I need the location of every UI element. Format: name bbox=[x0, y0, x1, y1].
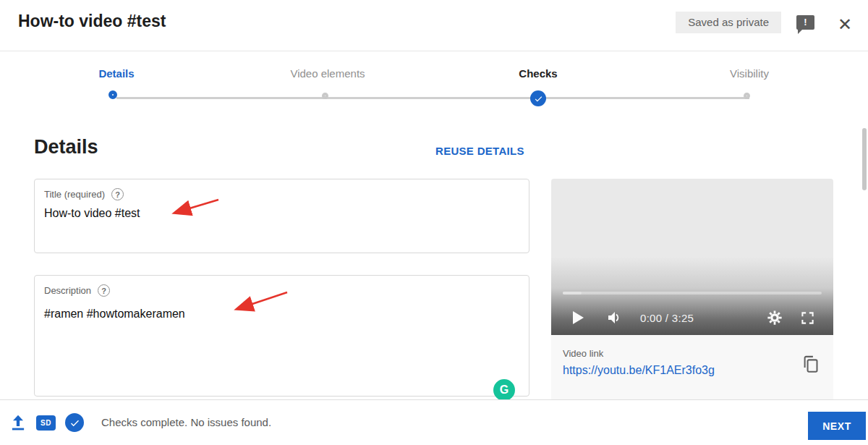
step-label-video-elements[interactable]: Video elements bbox=[290, 67, 365, 80]
sd-quality-badge: SD bbox=[36, 415, 56, 431]
dialog-title: How-to video #test bbox=[18, 12, 166, 31]
description-field[interactable]: Description ? #ramen #howtomakeramen bbox=[34, 275, 529, 397]
title-field-label-row: Title (required) ? bbox=[44, 188, 124, 200]
step-dot-checks-completed[interactable] bbox=[530, 90, 546, 106]
video-player-preview[interactable]: 0:00 / 3:25 bbox=[551, 179, 833, 335]
checks-complete-icon bbox=[65, 413, 84, 432]
player-time-display: 0:00 / 3:25 bbox=[640, 312, 694, 324]
step-label-checks[interactable]: Checks bbox=[519, 67, 557, 80]
title-field-label: Title (required) bbox=[44, 189, 105, 200]
feedback-icon[interactable]: ! bbox=[796, 15, 814, 30]
video-link-panel: Video link https://youtu.be/KF1AEr3fo3g bbox=[551, 335, 833, 399]
volume-icon[interactable] bbox=[606, 309, 624, 326]
video-link-label: Video link bbox=[563, 348, 603, 359]
grammarly-icon[interactable]: G bbox=[493, 379, 515, 401]
checkmark-icon bbox=[69, 418, 80, 428]
player-controls: 0:00 / 3:25 bbox=[551, 303, 833, 332]
step-dot-video-elements[interactable] bbox=[322, 93, 328, 99]
player-progress-loaded bbox=[563, 292, 582, 294]
step-dot-visibility[interactable] bbox=[744, 93, 750, 99]
video-link-url[interactable]: https://youtu.be/KF1AEr3fo3g bbox=[563, 364, 715, 377]
next-button[interactable]: NEXT bbox=[808, 412, 866, 440]
step-dot-details[interactable] bbox=[109, 90, 117, 99]
scrollbar-thumb[interactable] bbox=[862, 128, 867, 190]
help-icon[interactable]: ? bbox=[111, 188, 124, 200]
dialog-header: How-to video #test Saved as private ! ✕ bbox=[0, 0, 868, 51]
footer-bar: SD Checks complete. No issues found. NEX… bbox=[0, 399, 868, 445]
step-label-details[interactable]: Details bbox=[98, 67, 134, 80]
stepper-track bbox=[116, 97, 749, 99]
step-label-visibility[interactable]: Visibility bbox=[730, 67, 769, 80]
reuse-details-button[interactable]: REUSE DETAILS bbox=[435, 145, 524, 157]
title-field-value[interactable]: How-to video #test bbox=[44, 207, 140, 220]
description-field-value[interactable]: #ramen #howtomakeramen bbox=[44, 308, 185, 321]
upload-icon bbox=[9, 413, 27, 432]
checkmark-icon bbox=[534, 94, 543, 103]
player-progress-bar[interactable] bbox=[563, 292, 822, 294]
status-badge: Saved as private bbox=[676, 12, 781, 33]
checks-status-text: Checks complete. No issues found. bbox=[101, 416, 271, 428]
title-field[interactable]: Title (required) ? How-to video #test bbox=[34, 179, 529, 253]
help-icon[interactable]: ? bbox=[98, 284, 110, 297]
settings-gear-icon[interactable] bbox=[767, 310, 783, 326]
play-icon[interactable] bbox=[573, 311, 584, 324]
fullscreen-icon[interactable] bbox=[801, 311, 814, 325]
description-field-label: Description bbox=[44, 285, 91, 296]
close-icon[interactable]: ✕ bbox=[838, 12, 852, 37]
page-title: Details bbox=[34, 136, 98, 158]
description-field-label-row: Description ? bbox=[44, 284, 110, 297]
copy-icon[interactable] bbox=[801, 354, 820, 374]
